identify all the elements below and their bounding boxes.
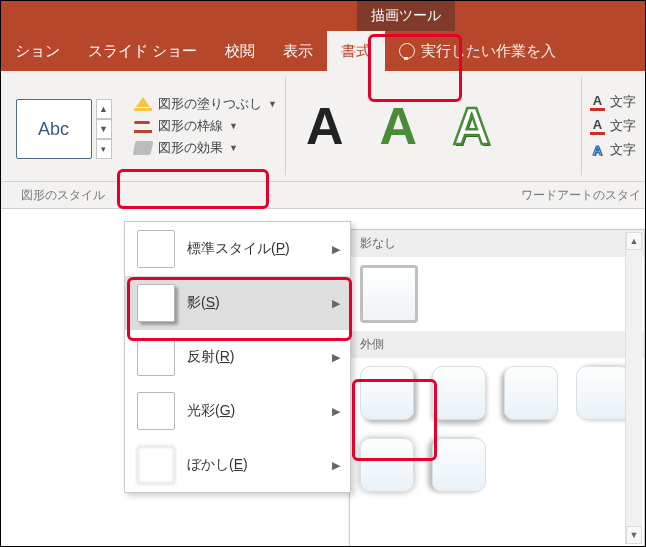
text-effects-button[interactable]: A文字 — [590, 141, 645, 159]
chevron-right-icon: ▶ — [332, 459, 340, 472]
contextual-tab-title: 描画ツール — [357, 1, 455, 31]
fx-preset-key: P — [276, 240, 285, 256]
fx-shadow-key: S — [206, 294, 215, 310]
ribbon-group-labels: 図形のスタイル ワードアートのスタイ — [1, 182, 645, 209]
tab-review[interactable]: 校閲 — [211, 31, 269, 71]
effect-icon — [133, 141, 154, 155]
submenu-scrollbar[interactable]: ▲ ▼ — [625, 232, 642, 544]
shape-fill-button[interactable]: 図形の塗りつぶし ▼ — [134, 95, 277, 113]
shadow-submenu: 影なし 外側 ▲ ▼ — [349, 229, 645, 547]
wordart-style-2[interactable]: A — [379, 96, 417, 156]
fx-soft-label: ぼかし — [187, 456, 229, 472]
gallery-down-button[interactable]: ▼ — [96, 119, 112, 139]
fx-reflection-label: 反射 — [187, 348, 215, 364]
pen-icon — [134, 119, 152, 133]
text-outline-label: 文字 — [610, 117, 636, 135]
tell-me-search[interactable]: 実行したい作業を入 — [385, 31, 570, 71]
gallery-more-button[interactable]: ▾ — [96, 139, 112, 159]
chevron-right-icon: ▶ — [332, 405, 340, 418]
shadow-outer-5[interactable] — [360, 438, 414, 492]
shape-effects-label: 図形の効果 — [158, 139, 223, 157]
wordart-group-label: ワードアートのスタイ — [451, 182, 645, 208]
shadow-outer-1[interactable] — [360, 366, 414, 420]
fx-reflection[interactable]: 反射(R) ▶ — [125, 330, 350, 384]
scroll-down-button[interactable]: ▼ — [626, 526, 642, 544]
dropdown-icon: ▼ — [268, 99, 277, 109]
lightbulb-icon — [399, 43, 415, 59]
fx-glow[interactable]: 光彩(G) ▶ — [125, 384, 350, 438]
fx-preset[interactable]: 標準スタイル(P) ▶ — [125, 222, 350, 276]
shadow-icon — [137, 284, 175, 322]
shape-commands: 図形の塗りつぶし ▼ 図形の枠線 ▼ 図形の効果 ▼ — [126, 71, 285, 181]
shadow-none-header: 影なし — [350, 230, 644, 257]
dropdown-icon: ▼ — [229, 143, 238, 153]
ribbon-tabs: ション スライド ショー 校閲 表示 書式 実行したい作業を入 — [1, 31, 645, 71]
fx-glow-label: 光彩 — [187, 402, 215, 418]
shadow-outer-header: 外側 — [350, 331, 644, 358]
scroll-up-button[interactable]: ▲ — [626, 232, 642, 250]
glow-icon — [137, 392, 175, 430]
ribbon: Abc ▲ ▼ ▾ 図形の塗りつぶし ▼ 図形の枠線 ▼ 図形の — [1, 71, 645, 182]
shape-outline-label: 図形の枠線 — [158, 117, 223, 135]
tab-slideshow[interactable]: スライド ショー — [74, 31, 211, 71]
chevron-right-icon: ▶ — [332, 351, 340, 364]
shape-style-preview[interactable]: Abc — [16, 99, 92, 159]
bucket-icon — [134, 97, 152, 111]
wordart-gallery[interactable]: A A A — [286, 71, 581, 181]
tab-transition[interactable]: ション — [1, 31, 74, 71]
fx-shadow-label: 影 — [187, 294, 201, 310]
tab-view[interactable]: 表示 — [269, 31, 327, 71]
tab-format[interactable]: 書式 — [327, 31, 385, 71]
fx-glow-key: G — [220, 402, 231, 418]
tell-me-label: 実行したい作業を入 — [421, 42, 556, 61]
text-effects-label: 文字 — [610, 141, 636, 159]
text-fill-button[interactable]: A文字 — [590, 93, 645, 111]
shadow-outer-4[interactable] — [576, 366, 630, 420]
chevron-right-icon: ▶ — [332, 297, 340, 310]
fx-soft-key: E — [234, 456, 243, 472]
text-outline-button[interactable]: A文字 — [590, 117, 645, 135]
fx-shadow[interactable]: 影(S) ▶ — [125, 276, 350, 330]
fx-reflection-key: R — [220, 348, 230, 364]
fx-soft-edges[interactable]: ぼかし(E) ▶ — [125, 438, 350, 492]
wordart-style-3[interactable]: A — [453, 96, 491, 156]
shape-styles-group-label: 図形のスタイル — [1, 182, 125, 208]
text-fill-label: 文字 — [610, 93, 636, 111]
reflection-icon — [137, 338, 175, 376]
shape-outline-button[interactable]: 図形の枠線 ▼ — [134, 117, 277, 135]
shape-styles-gallery[interactable]: Abc ▲ ▼ ▾ — [1, 71, 126, 181]
shadow-outer-2[interactable] — [432, 366, 486, 420]
preset-icon — [137, 230, 175, 268]
wordart-style-1[interactable]: A — [306, 96, 344, 156]
shadow-outer-3[interactable] — [504, 366, 558, 420]
soft-edges-icon — [137, 446, 175, 484]
text-commands: A文字 A文字 A文字 — [582, 71, 645, 181]
dropdown-icon: ▼ — [229, 121, 238, 131]
gallery-up-button[interactable]: ▲ — [96, 99, 112, 119]
title-bar: 描画ツール — [1, 1, 645, 31]
fx-preset-label: 標準スタイル — [187, 240, 271, 256]
shape-fill-label: 図形の塗りつぶし — [158, 95, 262, 113]
shape-effects-button[interactable]: 図形の効果 ▼ — [134, 139, 277, 157]
chevron-right-icon: ▶ — [332, 243, 340, 256]
shape-effects-menu: 標準スタイル(P) ▶ 影(S) ▶ 反射(R) ▶ 光彩(G) ▶ ぼかし(E… — [124, 221, 351, 493]
shadow-none-option[interactable] — [360, 265, 418, 323]
shadow-outer-6[interactable] — [432, 438, 486, 492]
